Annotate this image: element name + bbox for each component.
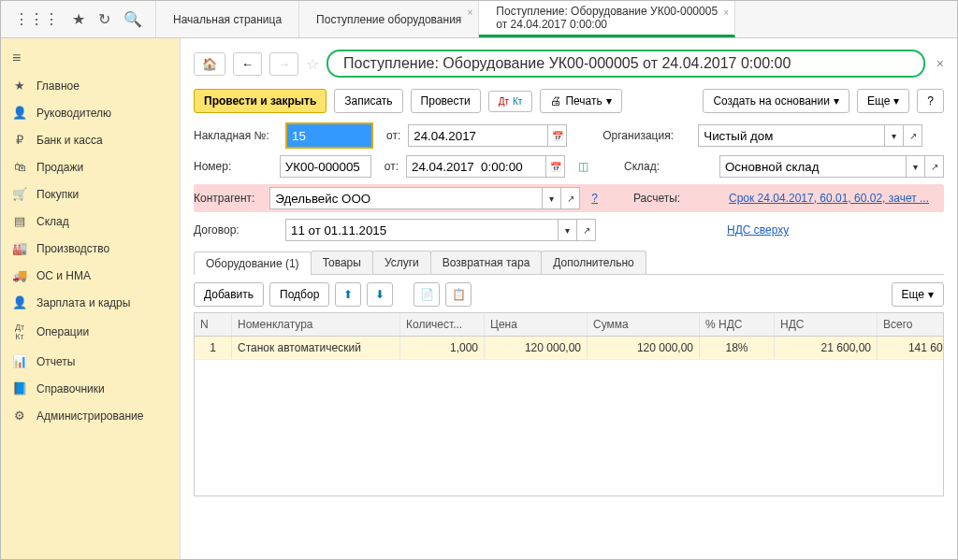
dropdown-icon[interactable]: ▾ — [907, 155, 925, 178]
org-input[interactable] — [698, 124, 885, 147]
sidebar-item-bank[interactable]: ₽Банк и касса — [1, 126, 180, 153]
add-row-button[interactable]: Добавить — [194, 282, 264, 307]
sidebar-label: Операции — [36, 325, 89, 338]
from-label: от: — [386, 129, 400, 142]
document-content: 🏠 ← → ☆ Поступление: Оборудование УК00-0… — [181, 38, 957, 559]
vat-mode-link[interactable]: НДС сверху — [727, 223, 789, 237]
cell-vat: 21 600,00 — [775, 337, 878, 359]
bag-icon: 🛍 — [12, 160, 27, 174]
table-more-button[interactable]: Еще ▾ — [892, 282, 944, 307]
dtkt-button[interactable]: ДтКт — [488, 91, 533, 112]
print-button[interactable]: 🖨 Печать ▾ — [540, 89, 621, 113]
history-icon[interactable]: ↻ — [98, 10, 110, 28]
dropdown-icon[interactable]: ▾ — [559, 219, 577, 241]
invoice-no-input[interactable] — [287, 124, 371, 147]
col-total[interactable]: Всего — [878, 313, 957, 336]
help-link[interactable]: ? — [591, 192, 598, 205]
posted-icon: ◫ — [578, 160, 588, 173]
sidebar-item-admin[interactable]: ⚙Администрирование — [1, 402, 180, 429]
move-down-button[interactable]: ⬇ — [367, 282, 393, 307]
settlements-link[interactable]: Срок 24.04.2017, 60.01, 60.02, зачет ... — [729, 192, 944, 205]
dtkt-icon: ДтКт — [12, 323, 27, 341]
tab-label: Начальная страница — [173, 13, 282, 26]
sidebar-label: Руководителю — [36, 107, 111, 120]
more-button[interactable]: Еще ▾ — [857, 89, 909, 113]
sidebar-item-catalogs[interactable]: 📘Справочники — [1, 375, 180, 402]
tab-services[interactable]: Услуги — [372, 251, 431, 274]
sidebar-item-reports[interactable]: 📊Отчеты — [1, 348, 180, 375]
menu-icon[interactable]: ≡ — [1, 44, 180, 72]
post-button[interactable]: Провести — [411, 89, 481, 113]
calendar-icon[interactable]: 📅 — [546, 155, 565, 178]
tab-equipment[interactable]: Оборудование (1) — [194, 251, 312, 275]
invoice-label: Накладная №: — [194, 129, 278, 142]
sidebar-item-assets[interactable]: 🚚ОС и НМА — [1, 262, 180, 289]
sidebar-label: Производство — [36, 242, 109, 255]
col-price[interactable]: Цена — [485, 313, 588, 336]
col-n[interactable]: N — [195, 313, 232, 336]
number-date-input[interactable] — [406, 155, 546, 178]
cell-sum: 120 000,00 — [588, 337, 700, 359]
tab-receipt-list[interactable]: Поступление оборудования × — [299, 1, 479, 37]
tab-start-page[interactable]: Начальная страница — [156, 1, 299, 37]
sidebar-label: ОС и НМА — [36, 269, 91, 282]
sidebar-item-sales[interactable]: 🛍Продажи — [1, 153, 180, 180]
cell-price: 120 000,00 — [485, 337, 588, 359]
tab-label: Поступление оборудования — [316, 13, 461, 26]
close-icon[interactable]: × — [936, 56, 944, 71]
open-icon[interactable]: ↗ — [904, 124, 922, 147]
invoice-date-input[interactable] — [408, 124, 548, 147]
paste-button[interactable]: 📋 — [445, 282, 472, 307]
save-button[interactable]: Записать — [334, 89, 402, 113]
open-icon[interactable]: ↗ — [925, 155, 944, 178]
truck-icon: 🚚 — [12, 268, 27, 282]
number-label: Номер: — [194, 160, 272, 173]
gear-icon: ⚙ — [12, 409, 27, 423]
post-and-close-button[interactable]: Провести и закрыть — [194, 89, 327, 113]
col-vatrate[interactable]: % НДС — [700, 313, 775, 336]
tab-returnable[interactable]: Возвратная тара — [430, 251, 543, 274]
number-input[interactable] — [280, 155, 371, 178]
back-button[interactable]: ← — [233, 52, 262, 76]
open-icon[interactable]: ↗ — [561, 187, 580, 209]
contract-input[interactable] — [285, 219, 559, 241]
help-button[interactable]: ? — [917, 89, 944, 113]
create-based-button[interactable]: Создать на основании ▾ — [703, 89, 849, 113]
sidebar-item-salary[interactable]: 👤Зарплата и кадры — [1, 289, 180, 316]
apps-icon[interactable]: ⋮⋮⋮ — [14, 10, 59, 28]
sidebar-item-production[interactable]: 🏭Производство — [1, 235, 180, 262]
sidebar-item-operations[interactable]: ДтКтОперации — [1, 316, 180, 348]
counterparty-input[interactable] — [269, 187, 543, 209]
col-item[interactable]: Номенклатура — [232, 313, 400, 336]
warehouse-label: Склад: — [624, 160, 712, 173]
sidebar-label: Отчеты — [36, 355, 75, 368]
sidebar-item-purchases[interactable]: 🛒Покупки — [1, 180, 180, 208]
col-sum[interactable]: Сумма — [588, 313, 700, 336]
warehouse-input[interactable] — [719, 155, 907, 178]
copy-button[interactable]: 📄 — [414, 282, 440, 307]
close-icon[interactable]: × — [468, 7, 473, 20]
star-icon[interactable]: ★ — [72, 10, 85, 28]
dropdown-icon[interactable]: ▾ — [543, 187, 561, 209]
table-row[interactable]: 1 Станок автоматический 1,000 120 000,00… — [195, 337, 943, 360]
tab-additional[interactable]: Дополнительно — [541, 251, 646, 274]
pick-button[interactable]: Подбор — [269, 282, 329, 307]
home-button[interactable]: 🏠 — [194, 52, 225, 76]
calendar-icon[interactable]: 📅 — [548, 124, 567, 147]
factory-icon: 🏭 — [12, 241, 27, 255]
tab-receipt-doc[interactable]: Поступление: Оборудование УК00-000005 от… — [479, 1, 735, 37]
col-qty[interactable]: Количест... — [400, 313, 485, 336]
tab-goods[interactable]: Товары — [311, 251, 373, 274]
sidebar-item-warehouse[interactable]: ▤Склад — [1, 208, 180, 235]
sidebar-item-manager[interactable]: 👤Руководителю — [1, 99, 180, 126]
sidebar-label: Склад — [36, 215, 69, 228]
dropdown-icon[interactable]: ▾ — [885, 124, 904, 147]
close-icon[interactable]: × — [723, 7, 729, 20]
move-up-button[interactable]: ⬆ — [335, 282, 361, 307]
col-vat[interactable]: НДС — [775, 313, 878, 336]
favorite-icon[interactable]: ☆ — [306, 55, 319, 73]
open-icon[interactable]: ↗ — [577, 219, 596, 241]
search-icon[interactable]: 🔍 — [123, 10, 142, 28]
sidebar-item-main[interactable]: ★Главное — [1, 72, 180, 99]
forward-button[interactable]: → — [269, 52, 298, 76]
